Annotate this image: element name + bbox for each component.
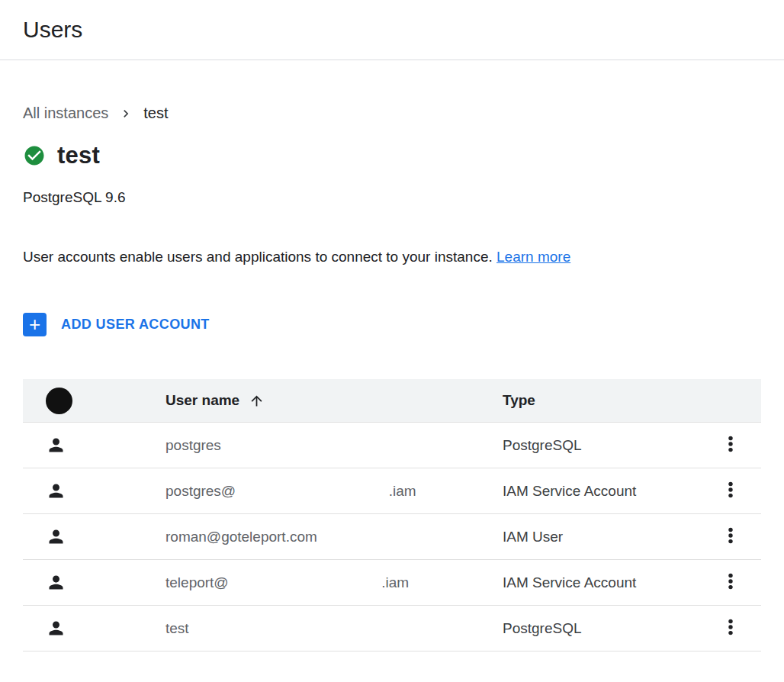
row-avatar-cell: [23, 481, 165, 501]
person-icon: [46, 481, 66, 501]
check-circle-icon: [23, 144, 46, 167]
kebab-menu-icon: [721, 525, 741, 548]
row-menu-button[interactable]: [715, 522, 746, 552]
page-title: Users: [23, 17, 82, 43]
user-name-cell: roman@goteleport.com: [165, 529, 503, 545]
row-menu-button[interactable]: [715, 476, 746, 507]
user-name-cell: teleport@ .iam: [165, 574, 503, 591]
kebab-menu-icon: [721, 433, 741, 457]
chevron-right-icon: [118, 106, 133, 121]
breadcrumb-current: test: [143, 105, 168, 122]
kebab-menu-icon: [721, 571, 741, 594]
main-content: All instances test test PostgreSQL 9.6 U…: [0, 105, 784, 651]
row-menu-button[interactable]: [715, 613, 746, 644]
learn-more-link[interactable]: Learn more: [496, 249, 570, 265]
add-user-account-button[interactable]: + ADD USER ACCOUNT: [23, 313, 210, 336]
breadcrumb-all-instances-link[interactable]: All instances: [23, 105, 108, 122]
row-menu-cell: [700, 476, 761, 507]
plus-icon: +: [23, 313, 47, 336]
row-menu-cell: [700, 613, 761, 644]
table-row: teleport@ .iam IAM Service Account: [23, 559, 761, 605]
table-row: roman@goteleport.com IAM User: [23, 513, 761, 559]
column-header-type: Type: [503, 392, 700, 409]
row-menu-cell: [700, 522, 761, 552]
row-menu-cell: [700, 568, 761, 598]
person-icon: [46, 526, 66, 547]
instance-title-row: test: [23, 142, 784, 169]
table-header-row: User name Type: [23, 379, 761, 422]
user-name-cell: postgres: [165, 437, 503, 454]
row-menu-button[interactable]: [715, 568, 746, 598]
column-header-user-name[interactable]: User name: [165, 392, 503, 409]
type-header-label: Type: [503, 392, 535, 409]
kebab-menu-icon: [721, 479, 741, 503]
intro-paragraph: User accounts enable users and applicati…: [23, 249, 784, 265]
kebab-menu-icon: [721, 616, 741, 640]
user-type-cell: IAM Service Account: [503, 483, 700, 500]
user-type-cell: IAM Service Account: [503, 574, 700, 591]
users-table: User name Type postgres PostgreSQL: [23, 379, 761, 651]
row-menu-cell: [700, 430, 761, 461]
row-avatar-cell: [23, 435, 165, 455]
table-row: postgres@ .iam IAM Service Account: [23, 468, 761, 513]
row-avatar-cell: [23, 526, 165, 547]
table-row: test PostgreSQL: [23, 605, 761, 651]
table-row: postgres PostgreSQL: [23, 422, 761, 468]
person-icon: [46, 435, 66, 455]
user-type-cell: IAM User: [503, 529, 700, 545]
header-avatar-cell: [23, 388, 165, 414]
app-header: Users: [0, 0, 784, 60]
user-name-cell: postgres@ .iam: [165, 483, 503, 500]
person-icon: [46, 572, 66, 593]
row-avatar-cell: [23, 618, 165, 639]
arrow-up-icon: [249, 393, 265, 409]
user-name-cell: test: [165, 620, 503, 637]
user-name-header-label: User name: [165, 392, 239, 409]
add-user-account-label: ADD USER ACCOUNT: [61, 317, 210, 333]
instance-name: test: [57, 142, 100, 169]
row-menu-button[interactable]: [715, 430, 746, 461]
instance-version: PostgreSQL 9.6: [23, 189, 784, 206]
user-type-cell: PostgreSQL: [503, 437, 700, 454]
breadcrumb: All instances test: [23, 105, 784, 122]
person-icon: [46, 618, 66, 639]
filled-circle-icon: [46, 388, 72, 414]
row-avatar-cell: [23, 572, 165, 593]
intro-text: User accounts enable users and applicati…: [23, 249, 493, 265]
user-type-cell: PostgreSQL: [503, 620, 700, 637]
